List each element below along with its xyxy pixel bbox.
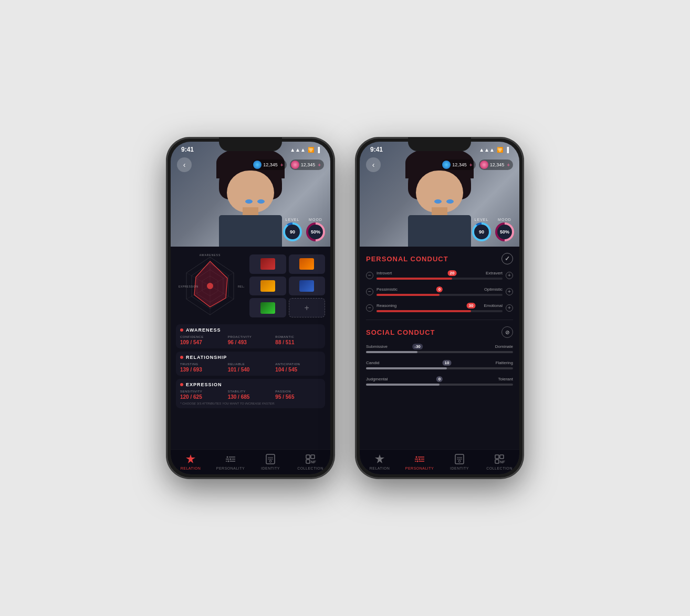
accessory-4[interactable] — [289, 277, 326, 296]
awareness-section: AWARENESS CONFIDENCE 109 / 547 PROACTIVI… — [176, 324, 325, 348]
svg-rect-43 — [500, 455, 504, 459]
personality-icon-2 — [413, 453, 426, 465]
svg-point-13 — [227, 456, 228, 458]
svg-marker-29 — [375, 454, 384, 463]
accessory-1[interactable] — [249, 254, 286, 274]
mood-circle-1: 50% — [306, 222, 325, 241]
phone-2: 9:41 ▲▲▲ 🛜 ▐ ‹ 12,345 + — [356, 137, 524, 479]
expression-stats-grid: SENSITIVITY 120 / 625 STABILITY 130 / 68… — [180, 390, 321, 400]
pink-currency-icon-1 — [291, 161, 299, 169]
relationship-title: RELATIONSHIP — [180, 355, 321, 360]
svg-text:NFT: NFT — [500, 460, 505, 464]
add-accessory-button[interactable]: + — [289, 298, 326, 317]
bottom-nav-1: RELATION PERSONALITY — [171, 449, 330, 474]
reliable-cell: RELIABLE 101 / 540 — [228, 363, 274, 373]
nav-relation-label-2: RELATION — [370, 466, 390, 470]
social-trait-candid-row: Candid Flattering 10 — [366, 360, 513, 369]
radar-chart: AWARENESS RELATIONSHIP EXPRESSION — [176, 252, 244, 320]
level-label-1: LEVEL — [286, 218, 300, 221]
svg-point-15 — [230, 459, 232, 460]
blue-plus-1[interactable]: + — [280, 162, 284, 168]
personal-conduct-check[interactable]: ✓ — [501, 253, 513, 264]
signal-icon-1: ▲▲▲ — [290, 147, 306, 153]
nav-personality-2[interactable]: PERSONALITY — [400, 453, 440, 470]
mood-label-2: MOOD — [498, 218, 511, 221]
bottom-nav-2: RELATION PERSONALITY — [360, 449, 519, 474]
svg-rect-27 — [306, 460, 310, 463]
social-conduct-edit[interactable]: ⊘ — [501, 326, 513, 338]
nav-personality-1[interactable]: PERSONALITY — [211, 453, 250, 470]
accessory-2[interactable] — [289, 254, 326, 274]
trusting-cell: TRUSTING 139 / 693 — [180, 363, 226, 373]
svg-rect-26 — [311, 455, 315, 459]
nav-personality-label-1: PERSONALITY — [216, 466, 245, 470]
trait-introvert-labels: Introvert Extravert — [377, 271, 503, 275]
level-circle-2: 90 — [472, 222, 491, 241]
battery-icon-1: ▐ — [316, 147, 320, 153]
mood-container-1: MOOD 50% — [306, 218, 325, 241]
acc-icon-4 — [299, 280, 314, 292]
collection-icon-1: NFT — [304, 453, 317, 465]
trait-reasoning-minus[interactable]: − — [366, 304, 373, 312]
trait-reasoning-plus[interactable]: + — [506, 304, 513, 312]
pink-amount-2: 12,345 — [490, 162, 505, 167]
blue-currency-1: 12,345 + — [252, 160, 286, 170]
trait-introvert-fill — [377, 278, 452, 280]
svg-text:RELATIONSHIP: RELATIONSHIP — [238, 285, 244, 288]
trait-reasoning-labels: Reasoning Emotional — [377, 303, 503, 308]
nav-collection-label-2: COLLECTION — [486, 466, 513, 470]
expression-title: EXPRESSION — [180, 382, 321, 387]
note-text: * CHOOSE 3/3 ATTRIBUTES YOU WANT TO INCR… — [180, 402, 321, 405]
radar-row: AWARENESS RELATIONSHIP EXPRESSION — [176, 252, 325, 320]
trait-introvert-plus[interactable]: + — [506, 272, 513, 279]
blue-plus-2[interactable]: + — [469, 162, 473, 168]
trait-reasoning-value: 30 — [467, 303, 476, 309]
currency-bar-2: 12,345 + 12,345 + — [441, 160, 513, 170]
anticipation-cell: ANTICIPATION 104 / 545 — [275, 363, 321, 373]
trait-pessimistic-minus[interactable]: − — [366, 288, 373, 295]
battery-icon-2: ▐ — [505, 147, 509, 153]
svg-marker-12 — [186, 454, 195, 463]
char-clothes-2 — [408, 215, 471, 247]
passion-cell: PASSION 95 / 565 — [275, 390, 321, 400]
back-button-1[interactable]: ‹ — [177, 157, 192, 172]
trait-introvert-minus[interactable]: − — [366, 272, 373, 279]
social-conduct-section: SOCIAL CONDUCT ⊘ Submissive Dominate -30 — [366, 326, 513, 386]
pink-currency-icon-2 — [480, 161, 488, 169]
svg-point-30 — [416, 456, 417, 458]
stats-panel-1: AWARENESS RELATIONSHIP EXPRESSION — [171, 247, 330, 449]
char-eye-right — [257, 199, 265, 204]
pink-plus-2[interactable]: + — [507, 162, 510, 168]
svg-rect-25 — [306, 455, 310, 459]
personal-conduct-title: PERSONAL CONDUCT ✓ — [366, 253, 513, 264]
notch-1 — [219, 137, 282, 151]
social-submissive-bg: -30 — [366, 351, 513, 353]
nav-identity-2[interactable]: IDENTITY — [440, 453, 479, 470]
char-eye-left — [245, 199, 253, 204]
mood-value-1: 50% — [311, 229, 320, 235]
svg-rect-42 — [495, 455, 499, 459]
level-mood-1: LEVEL 90 MOOD 50% — [283, 218, 325, 241]
nav-identity-1[interactable]: IDENTITY — [250, 453, 290, 470]
svg-text:AWARENESS: AWARENESS — [200, 253, 221, 257]
trait-pessimistic-plus[interactable]: + — [506, 288, 513, 295]
char-face-2 — [416, 171, 463, 213]
social-trait-submissive-row: Submissive Dominate -30 — [366, 344, 513, 353]
nav-relation-1[interactable]: RELATION — [171, 453, 211, 470]
expression-section: EXPRESSION SENSITIVITY 120 / 625 STABILI… — [176, 379, 325, 408]
pink-plus-1[interactable]: + — [318, 162, 321, 168]
nav-collection-2[interactable]: NFT COLLECTION — [479, 453, 519, 470]
divider-1 — [366, 320, 513, 320]
accessory-3[interactable] — [249, 277, 286, 296]
accessory-5[interactable] — [249, 298, 286, 317]
svg-point-41 — [458, 460, 461, 462]
back-button-2[interactable]: ‹ — [366, 157, 381, 172]
svg-point-24 — [269, 460, 271, 462]
hero-area-2: 9:41 ▲▲▲ 🛜 ▐ ‹ 12,345 + — [360, 142, 519, 247]
notch-2 — [408, 137, 471, 151]
nav-collection-1[interactable]: NFT COLLECTION — [290, 453, 330, 470]
wifi-icon-1: 🛜 — [308, 147, 314, 153]
social-submissive-fill — [366, 351, 417, 353]
acc-icon-3 — [260, 280, 275, 292]
nav-relation-2[interactable]: RELATION — [360, 453, 400, 470]
